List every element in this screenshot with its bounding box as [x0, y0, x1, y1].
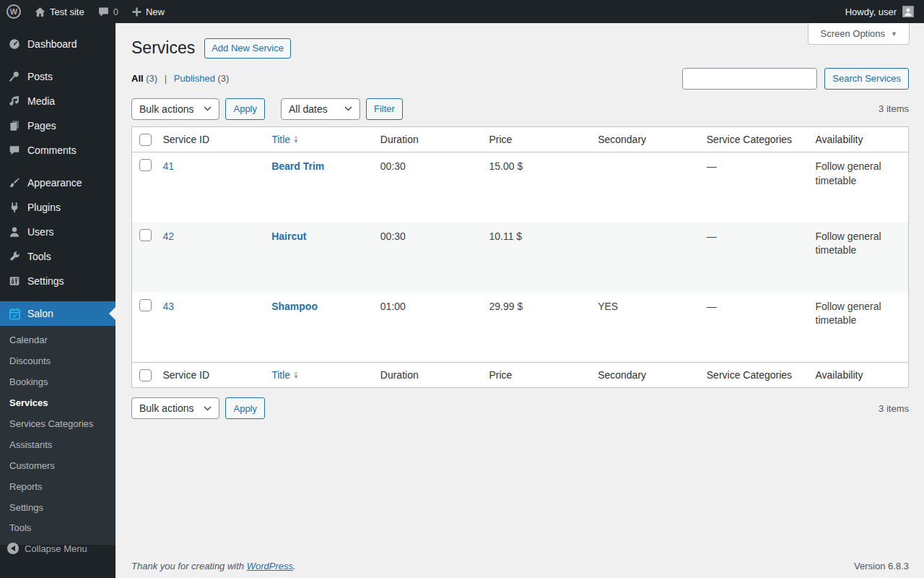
views-row: All (3) | Published (3) Search Services: [131, 68, 909, 90]
sidebar-item-salon[interactable]: Salon: [0, 301, 116, 326]
page-title: Services: [131, 38, 195, 59]
sidebar-item-label: Users: [27, 226, 54, 238]
admin-bar-left: W Test site 0 New: [0, 0, 171, 23]
items-count: 3 items: [879, 103, 909, 114]
column-header-title-label: Title: [271, 133, 290, 146]
dates-filter-select[interactable]: All dates: [281, 98, 360, 120]
account-menu[interactable]: Howdy, user: [845, 0, 924, 23]
column-footer-title: Title ▲▼: [264, 363, 373, 388]
home-icon: [34, 6, 46, 18]
submenu-item-assistants[interactable]: Assistants: [0, 435, 116, 456]
apply-button-bottom[interactable]: Apply: [225, 397, 265, 419]
service-title-link[interactable]: Beard Trim: [271, 160, 324, 172]
sidebar-item-appearance[interactable]: Appearance: [0, 171, 116, 195]
wordpress-link[interactable]: WordPress: [247, 561, 293, 571]
service-id-link[interactable]: 41: [163, 160, 175, 172]
row-checkbox[interactable]: [139, 229, 152, 241]
sidebar-item-settings[interactable]: Settings: [0, 269, 116, 293]
admin-menu: Dashboard Posts Media Pages Comments: [0, 32, 116, 326]
admin-sidebar: Dashboard Posts Media Pages Comments: [0, 23, 116, 578]
service-title-link[interactable]: Haircut: [271, 230, 306, 242]
comments-menu[interactable]: 0: [91, 0, 125, 23]
sidebar-item-plugins[interactable]: Plugins: [0, 195, 116, 220]
row-checkbox[interactable]: [139, 159, 152, 171]
title-sort-link[interactable]: Title ▲▼: [271, 368, 299, 381]
view-published-link[interactable]: Published: [174, 73, 215, 84]
table-row: 43 Shampoo 01:00 29.99 $ YES — Follow ge…: [132, 293, 909, 363]
admin-bar: W Test site 0 New Howdy, user: [0, 0, 924, 23]
apply-button[interactable]: Apply: [225, 98, 265, 120]
categories-cell: —: [699, 223, 808, 293]
sidebar-item-tools[interactable]: Tools: [0, 244, 116, 269]
column-header-availability: Availability: [808, 126, 909, 152]
items-count: 3 items: [879, 403, 909, 414]
wordpress-logo-icon: W: [6, 4, 21, 19]
screen-options-button[interactable]: Screen Options ▼: [808, 23, 910, 45]
site-name-label: Test site: [50, 7, 84, 17]
search-services-button[interactable]: Search Services: [824, 68, 909, 90]
filter-button[interactable]: Filter: [366, 98, 403, 120]
table-row: 41 Beard Trim 00:30 15.00 $ — Follow gen…: [132, 152, 909, 223]
pages-icon: [7, 118, 22, 133]
avatar: [902, 6, 914, 17]
collapse-menu-button[interactable]: Collapse Menu: [0, 536, 116, 561]
site-name-menu[interactable]: Test site: [27, 0, 91, 23]
view-filters: All (3) | Published (3): [131, 73, 229, 84]
secondary-cell: [590, 223, 699, 293]
new-content-menu[interactable]: New: [125, 0, 171, 23]
sidebar-item-comments[interactable]: Comments: [0, 138, 116, 163]
dashboard-icon: [7, 37, 22, 51]
view-all-link[interactable]: All: [131, 73, 144, 84]
submenu-item-discounts[interactable]: Discounts: [0, 351, 116, 372]
view-published-count: (3): [218, 73, 230, 84]
bulk-actions-selected: Bulk actions: [139, 103, 193, 115]
row-checkbox[interactable]: [139, 299, 152, 311]
service-id-link[interactable]: 42: [163, 230, 175, 242]
select-all-checkbox[interactable]: [139, 369, 152, 381]
sidebar-item-label: Appearance: [27, 177, 82, 189]
submenu-item-calendar[interactable]: Calendar: [0, 330, 116, 351]
column-header-secondary: Secondary: [590, 126, 699, 152]
column-header-price: Price: [481, 126, 590, 152]
sidebar-item-users[interactable]: Users: [0, 220, 116, 244]
sidebar-item-label: Dashboard: [27, 38, 77, 50]
submenu-item-bookings[interactable]: Bookings: [0, 372, 116, 393]
submenu-item-services[interactable]: Services: [0, 393, 116, 414]
plug-icon: [7, 200, 22, 215]
column-footer-categories: Service Categories: [699, 363, 808, 388]
table-head: Service ID Title ▲▼ Duration Price Secon…: [132, 126, 909, 152]
comments-icon: [7, 143, 22, 158]
bulk-actions-select[interactable]: Bulk actions: [131, 98, 219, 120]
chevron-down-icon: ▼: [891, 30, 897, 38]
column-footer-secondary: Secondary: [590, 363, 699, 388]
sidebar-item-label: Posts: [27, 71, 53, 82]
chevron-down-icon: [344, 106, 352, 111]
active-menu-arrow: [109, 307, 116, 320]
sidebar-item-media[interactable]: Media: [0, 89, 116, 113]
service-id-link[interactable]: 43: [163, 301, 175, 312]
bulk-actions-selected: Bulk actions: [139, 402, 193, 414]
submenu-item-customers[interactable]: Customers: [0, 456, 116, 477]
submenu-item-reports[interactable]: Reports: [0, 477, 116, 498]
title-sort-link[interactable]: Title ▲▼: [271, 133, 299, 146]
duration-cell: 00:30: [373, 152, 482, 223]
media-icon: [7, 94, 22, 108]
screen-options-label: Screen Options: [820, 28, 885, 39]
search-input[interactable]: [682, 68, 817, 90]
column-footer-availability: Availability: [808, 363, 909, 388]
add-new-service-button[interactable]: Add New Service: [204, 38, 291, 59]
wordpress-logo-menu[interactable]: W: [0, 0, 27, 23]
sidebar-item-posts[interactable]: Posts: [0, 64, 116, 89]
column-header-service-id: Service ID: [156, 126, 265, 152]
select-all-checkbox[interactable]: [139, 134, 152, 146]
sidebar-item-label: Comments: [27, 144, 77, 156]
search-box: Search Services: [682, 68, 909, 90]
service-title-link[interactable]: Shampoo: [271, 301, 318, 312]
submenu-item-services-categories[interactable]: Services Categories: [0, 414, 116, 435]
bulk-actions-select-bottom[interactable]: Bulk actions: [131, 397, 219, 419]
table-row: 42 Haircut 00:30 10.11 $ — Follow genera…: [132, 223, 909, 293]
sidebar-item-dashboard[interactable]: Dashboard: [0, 32, 116, 56]
sidebar-item-pages[interactable]: Pages: [0, 113, 116, 138]
submenu-item-settings[interactable]: Settings: [0, 498, 116, 519]
column-footer-duration: Duration: [373, 363, 482, 388]
